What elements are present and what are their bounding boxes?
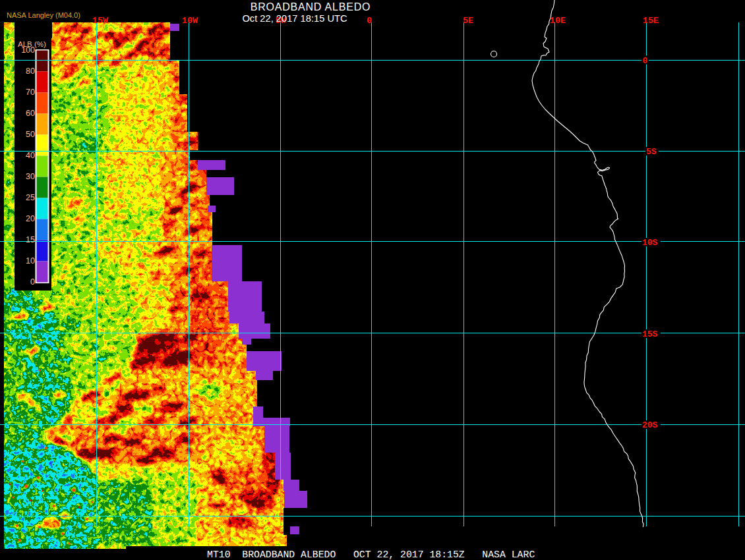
svg-text:15W: 15W <box>92 16 109 26</box>
svg-text:NASA Langley (M04.0): NASA Langley (M04.0) <box>7 11 80 19</box>
svg-text:10W: 10W <box>182 16 198 26</box>
svg-text:30: 30 <box>26 172 35 181</box>
svg-text:15E: 15E <box>643 16 659 26</box>
svg-text:15: 15 <box>26 235 35 244</box>
svg-text:60: 60 <box>26 109 35 118</box>
svg-text:MT10 BROADBAND ALBEDO OCT 2: MT10 BROADBAND ALBEDO OCT 22, 2017 18:15… <box>207 549 535 560</box>
svg-text:15S: 15S <box>642 329 658 339</box>
svg-text:10S: 10S <box>642 238 658 248</box>
svg-text:0: 0 <box>643 56 648 66</box>
svg-text:Oct 22, 2017 18:15 UTC: Oct 22, 2017 18:15 UTC <box>242 13 347 24</box>
svg-text:10: 10 <box>26 256 35 266</box>
svg-text:70: 70 <box>26 88 35 97</box>
svg-text:5E: 5E <box>463 16 473 26</box>
svg-text:10E: 10E <box>550 16 566 26</box>
svg-text:5S: 5S <box>646 147 657 157</box>
svg-text:25: 25 <box>26 193 35 202</box>
svg-text:0: 0 <box>367 16 372 26</box>
svg-text:40: 40 <box>26 151 35 160</box>
svg-text:20: 20 <box>26 214 35 223</box>
svg-text:ALB (%): ALB (%) <box>18 40 46 48</box>
svg-text:20S: 20S <box>642 420 658 430</box>
svg-text:BROADBAND ALBEDO: BROADBAND ALBEDO <box>251 1 371 13</box>
svg-text:80: 80 <box>26 67 35 76</box>
svg-text:50: 50 <box>26 130 35 139</box>
svg-text:0: 0 <box>30 277 35 287</box>
